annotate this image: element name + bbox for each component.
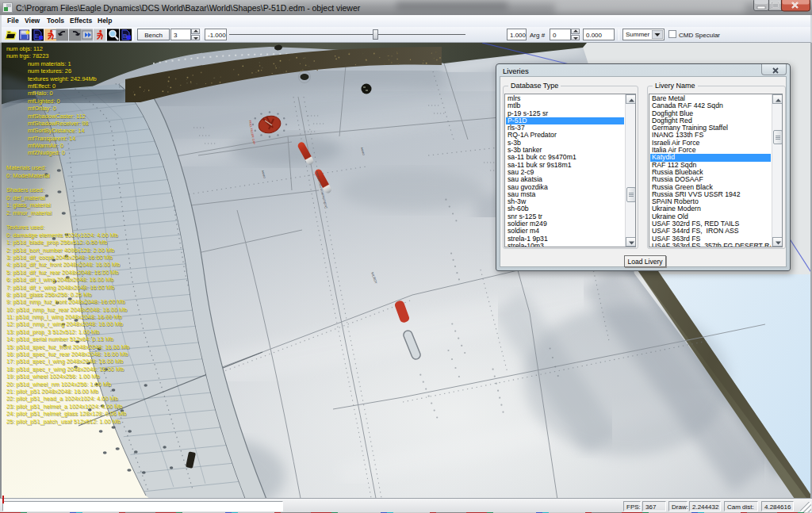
svg-text:B: B xyxy=(123,33,127,40)
svg-text:E: E xyxy=(35,33,39,40)
